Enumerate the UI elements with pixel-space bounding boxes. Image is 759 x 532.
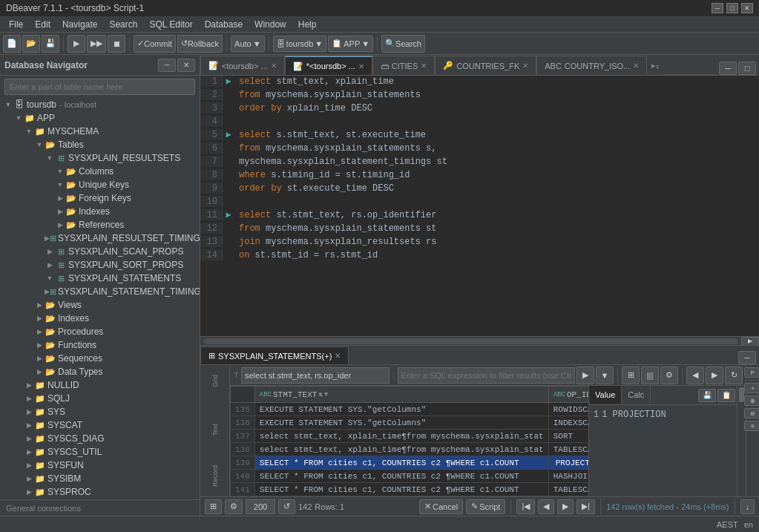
sidebar-tree-item[interactable]: ▶📂References	[0, 218, 200, 231]
run-button[interactable]: ▶	[68, 35, 85, 53]
table-row[interactable]: 137 select stmt_text, xplain_time¶from m…	[231, 430, 589, 443]
filter-options-button[interactable]: ▼	[596, 367, 614, 384]
columns-button[interactable]: |||	[641, 367, 659, 384]
result-minimize-button[interactable]: ─	[738, 351, 756, 364]
sidebar-tree-item[interactable]: ▼📂Unique Keys	[0, 178, 200, 191]
tab-overflow[interactable]: ▸₂	[647, 56, 663, 75]
sidebar-collapse-button[interactable]: ─	[158, 59, 176, 72]
grid-btn[interactable]: ⊞	[205, 499, 222, 514]
panel-icon-1[interactable]: P	[744, 367, 760, 378]
minimize-panel-button[interactable]: ─	[719, 62, 737, 75]
tab-script1[interactable]: 📝 <toursdb> ... ✕	[200, 56, 285, 75]
script-footer-btn[interactable]: ✎ Script	[466, 499, 505, 514]
sql-filter-input[interactable]	[241, 367, 390, 384]
scroll-right-button[interactable]: ▶	[741, 337, 759, 346]
schema-dropdown[interactable]: 📋 APP ▼	[328, 36, 373, 52]
panel-icon-3[interactable]: ⊕	[744, 395, 760, 406]
sidebar-search-input[interactable]	[4, 79, 195, 95]
menu-search[interactable]: Search	[103, 18, 143, 31]
tab-close-3[interactable]: ✕	[421, 62, 427, 70]
sidebar-close-button[interactable]: ✕	[177, 59, 195, 72]
auto-commit-dropdown[interactable]: Auto ▼	[231, 36, 265, 52]
sidebar-tree-item[interactable]: ▼📁MYSCHEMA	[0, 125, 200, 138]
settings-button[interactable]: ⚙	[660, 367, 678, 384]
refresh-footer-btn[interactable]: ↺	[278, 499, 295, 514]
sidebar-tree-item[interactable]: ▶📂Data Types	[0, 365, 200, 378]
sidebar-tree-item[interactable]: ▶⊞SYSXPLAIN_SORT_PROPS	[0, 258, 200, 272]
settings-footer-btn[interactable]: ⚙	[225, 499, 243, 514]
window-controls[interactable]: ─ □ ✕	[712, 3, 753, 13]
new-script-button[interactable]: 📄	[3, 35, 21, 53]
code-editor[interactable]: 1 ▶ select stmt_text, xplain_time 2 from…	[200, 76, 759, 336]
panel-icon-4[interactable]: ⊖	[744, 408, 760, 418]
sidebar-tree-item[interactable]: ▶📁SYSIBM	[0, 472, 200, 485]
table-row[interactable]: 141 SELECT * FROM cities c1, COUNTRIES c…	[231, 483, 589, 496]
sidebar-tree-item[interactable]: ▶📂Functions	[0, 338, 200, 352]
rollback-button[interactable]: ↺ Rollback	[177, 35, 223, 53]
execute-filter-button[interactable]: ▶	[576, 367, 594, 384]
cancel-footer-btn[interactable]: ✕ Cancel	[419, 499, 463, 514]
close-button[interactable]: ✕	[741, 3, 753, 13]
result-tab-close[interactable]: ✕	[335, 352, 341, 360]
maximize-panel-button[interactable]: □	[738, 62, 756, 75]
sidebar-tree-item[interactable]: ▶📂Indexes	[0, 205, 200, 218]
tab-close-1[interactable]: ✕	[271, 62, 277, 70]
sidebar-tree-item[interactable]: ▶📁SYSCAT	[0, 418, 200, 432]
sidebar-tree-item[interactable]: ▶📁SYSCS_UTIL	[0, 445, 200, 459]
value-save-button[interactable]: 💾	[698, 389, 716, 402]
minimize-button[interactable]: ─	[712, 3, 723, 13]
filter-icon-1[interactable]: ▼	[324, 391, 328, 398]
refresh-button[interactable]: ↻	[725, 367, 743, 384]
menu-file[interactable]: File	[3, 18, 29, 31]
tab-close-2[interactable]: ✕	[358, 62, 364, 70]
tab-close-5[interactable]: ✕	[633, 62, 639, 70]
sidebar-tree-item[interactable]: ▶📂Indexes	[0, 312, 200, 325]
save-button[interactable]: 💾	[42, 35, 59, 53]
editor-hscroll[interactable]: ▶	[200, 336, 759, 345]
sidebar-tree-item[interactable]: ▼📁APP	[0, 111, 200, 125]
sidebar-tree-item[interactable]: ▼⊞SYSXPLAIN_RESULTSETS	[0, 151, 200, 165]
sidebar-tree-item[interactable]: ▶📂Views	[0, 298, 200, 312]
sidebar-tree-item[interactable]: ▶📁SYSCS_DIAG	[0, 432, 200, 445]
tab-countries-fk[interactable]: 🔑 COUNTRIES_FK ✕	[435, 56, 536, 75]
scroll-thumb[interactable]	[739, 387, 744, 402]
maximize-button[interactable]: □	[726, 3, 738, 13]
table-row[interactable]: 135 EXECUTE STATEMENT SYS."getColumns" R…	[231, 403, 589, 416]
nav-next-btn[interactable]: ▶	[557, 499, 574, 514]
sidebar-tree-item[interactable]: ▶⊞SYSXPLAIN_RESULTSET_TIMINGS	[0, 231, 200, 245]
menu-navigate[interactable]: Navigate	[56, 18, 103, 31]
forward-button[interactable]: ▶	[706, 367, 723, 384]
tab-close-4[interactable]: ✕	[522, 62, 528, 70]
menu-sql-editor[interactable]: SQL Editor	[143, 18, 198, 31]
sidebar-tree-item[interactable]: ▶⊞SYSXPLAIN_SCAN_PROPS	[0, 245, 200, 258]
table-row[interactable]: 136 EXECUTE STATEMENT SYS."getColumns" I…	[231, 416, 589, 430]
value-tab-calc[interactable]: Calc	[622, 386, 651, 404]
zoom-input[interactable]	[246, 499, 275, 514]
sidebar-tree-item[interactable]: ▶📁SYS	[0, 405, 200, 418]
back-button[interactable]: ◀	[686, 367, 704, 384]
sidebar-tree-item[interactable]: ▼⊞SYSXPLAIN_STATEMENTS	[0, 272, 200, 285]
sidebar-tree-item[interactable]: ▶📂Foreign Keys	[0, 191, 200, 205]
run-script-button[interactable]: ▶▶	[87, 35, 106, 53]
value-tab-value[interactable]: Value	[589, 386, 622, 404]
result-tab-statements[interactable]: ⊞ SYSXPLAIN_STATEMENTS(+) ✕	[200, 347, 349, 364]
panel-icon-5[interactable]: ≡	[744, 421, 760, 431]
search-button[interactable]: 🔍 Search	[381, 35, 425, 53]
stop-button[interactable]: ⏹	[108, 35, 125, 53]
nav-last-btn[interactable]: ▶|	[576, 499, 595, 514]
sort-icon-1[interactable]: ⇅	[318, 390, 322, 398]
sidebar-tree-item[interactable]: ▶📁SYSFUN	[0, 459, 200, 472]
database-dropdown[interactable]: 🗄 toursdb ▼	[273, 36, 327, 52]
table-row[interactable]: 140 SELECT * FROM cities c1, COUNTRIES c…	[231, 470, 589, 483]
panel-icon-2[interactable]: +	[744, 383, 760, 393]
nav-first-btn[interactable]: |◀	[516, 499, 535, 514]
tab-cities[interactable]: 🗃 CITIES ✕	[372, 56, 435, 75]
grid-view-button[interactable]: ⊞	[622, 367, 640, 384]
sidebar-tree-item[interactable]: ▶📁NULLID	[0, 378, 200, 392]
sidebar-tree-item[interactable]: ▶📂Procedures	[0, 325, 200, 338]
sidebar-tree-item[interactable]: ▶⊞SYSXPLAIN_STATEMENT_TIMINGS	[0, 285, 200, 298]
open-button[interactable]: 📂	[22, 35, 40, 53]
sidebar-tree-item[interactable]: ▶📂Sequences	[0, 352, 200, 365]
nav-prev-btn[interactable]: ◀	[538, 499, 554, 514]
tab-script2[interactable]: 📝 *<toursdb> ... ✕	[285, 56, 372, 75]
